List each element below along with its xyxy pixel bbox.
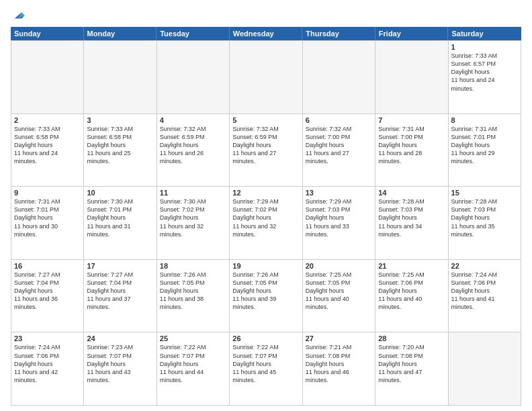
day-info: Sunrise: 7:33 AMSunset: 6:58 PMDaylight … — [87, 125, 153, 166]
cal-cell: 27Sunrise: 7:21 AMSunset: 7:08 PMDayligh… — [303, 332, 375, 406]
cal-cell: 16Sunrise: 7:27 AMSunset: 7:04 PMDayligh… — [11, 260, 84, 333]
day-info: Sunrise: 7:28 AMSunset: 7:03 PMDaylight … — [378, 197, 445, 238]
header-cell-friday: Friday — [375, 27, 449, 40]
day-info: Sunrise: 7:21 AMSunset: 7:08 PMDaylight … — [306, 343, 372, 384]
cal-cell: 13Sunrise: 7:29 AMSunset: 7:03 PMDayligh… — [303, 187, 375, 260]
day-info: Sunrise: 7:32 AMSunset: 6:59 PMDaylight … — [232, 125, 299, 166]
day-number: 28 — [378, 334, 445, 342]
header-cell-saturday: Saturday — [448, 27, 521, 40]
cal-cell: 23Sunrise: 7:24 AMSunset: 7:06 PMDayligh… — [11, 332, 84, 406]
cal-cell: 1Sunrise: 7:33 AMSunset: 6:57 PMDaylight… — [449, 41, 521, 114]
cal-cell — [157, 41, 230, 114]
day-number: 27 — [306, 334, 372, 342]
day-number: 12 — [232, 189, 299, 197]
day-number: 20 — [306, 262, 372, 270]
day-number: 15 — [451, 189, 518, 197]
cal-cell — [11, 41, 84, 114]
day-info: Sunrise: 7:27 AMSunset: 7:04 PMDaylight … — [14, 271, 81, 312]
day-info: Sunrise: 7:22 AMSunset: 7:07 PMDaylight … — [160, 343, 226, 384]
day-number: 19 — [232, 262, 299, 270]
day-info: Sunrise: 7:24 AMSunset: 7:06 PMDaylight … — [14, 343, 81, 384]
day-info: Sunrise: 7:20 AMSunset: 7:08 PMDaylight … — [378, 343, 445, 384]
cal-cell — [303, 41, 375, 114]
cal-cell: 12Sunrise: 7:29 AMSunset: 7:02 PMDayligh… — [230, 187, 302, 260]
cal-cell — [84, 41, 157, 114]
day-number: 11 — [160, 189, 226, 197]
header — [0, 0, 532, 27]
day-number: 10 — [87, 189, 153, 197]
logo-icon — [11, 8, 26, 23]
day-info: Sunrise: 7:33 AMSunset: 6:57 PMDaylight … — [451, 52, 518, 93]
day-number: 16 — [14, 262, 81, 270]
day-info: Sunrise: 7:33 AMSunset: 6:58 PMDaylight … — [14, 125, 81, 166]
cal-cell: 14Sunrise: 7:28 AMSunset: 7:03 PMDayligh… — [375, 187, 448, 260]
day-info: Sunrise: 7:30 AMSunset: 7:02 PMDaylight … — [160, 197, 226, 238]
day-info: Sunrise: 7:31 AMSunset: 7:01 PMDaylight … — [451, 125, 518, 166]
cal-cell: 28Sunrise: 7:20 AMSunset: 7:08 PMDayligh… — [375, 332, 448, 406]
header-cell-sunday: Sunday — [11, 27, 84, 40]
day-number: 5 — [232, 116, 299, 124]
logo — [11, 8, 28, 23]
day-info: Sunrise: 7:23 AMSunset: 7:07 PMDaylight … — [87, 343, 153, 384]
cal-cell — [449, 332, 521, 406]
cal-cell — [230, 41, 302, 114]
day-number: 21 — [378, 262, 445, 270]
header-cell-wednesday: Wednesday — [230, 27, 303, 40]
day-info: Sunrise: 7:27 AMSunset: 7:04 PMDaylight … — [87, 271, 153, 312]
header-cell-monday: Monday — [84, 27, 157, 40]
cal-cell: 19Sunrise: 7:26 AMSunset: 7:05 PMDayligh… — [230, 260, 302, 333]
day-info: Sunrise: 7:31 AMSunset: 7:01 PMDaylight … — [14, 197, 81, 238]
cal-cell: 24Sunrise: 7:23 AMSunset: 7:07 PMDayligh… — [84, 332, 157, 406]
day-number: 23 — [14, 334, 81, 342]
day-number: 8 — [451, 116, 518, 124]
cal-cell: 7Sunrise: 7:31 AMSunset: 7:00 PMDaylight… — [375, 114, 448, 187]
cal-cell: 22Sunrise: 7:24 AMSunset: 7:06 PMDayligh… — [449, 260, 521, 333]
calendar-header: SundayMondayTuesdayWednesdayThursdayFrid… — [11, 27, 521, 40]
cal-cell: 10Sunrise: 7:30 AMSunset: 7:01 PMDayligh… — [84, 187, 157, 260]
day-number: 26 — [232, 334, 299, 342]
cal-cell: 17Sunrise: 7:27 AMSunset: 7:04 PMDayligh… — [84, 260, 157, 333]
day-info: Sunrise: 7:26 AMSunset: 7:05 PMDaylight … — [232, 271, 299, 312]
cal-cell: 21Sunrise: 7:25 AMSunset: 7:06 PMDayligh… — [375, 260, 448, 333]
day-number: 1 — [451, 43, 518, 51]
page: SundayMondayTuesdayWednesdayThursdayFrid… — [0, 0, 532, 411]
day-info: Sunrise: 7:31 AMSunset: 7:00 PMDaylight … — [378, 125, 445, 166]
day-number: 13 — [306, 189, 372, 197]
day-info: Sunrise: 7:30 AMSunset: 7:01 PMDaylight … — [87, 197, 153, 238]
cal-cell: 4Sunrise: 7:32 AMSunset: 6:59 PMDaylight… — [157, 114, 230, 187]
day-info: Sunrise: 7:32 AMSunset: 6:59 PMDaylight … — [160, 125, 226, 166]
day-number: 14 — [378, 189, 445, 197]
day-number: 3 — [87, 116, 153, 124]
day-number: 17 — [87, 262, 153, 270]
cal-cell: 11Sunrise: 7:30 AMSunset: 7:02 PMDayligh… — [157, 187, 230, 260]
day-number: 7 — [378, 116, 445, 124]
cal-cell: 3Sunrise: 7:33 AMSunset: 6:58 PMDaylight… — [84, 114, 157, 187]
day-info: Sunrise: 7:32 AMSunset: 7:00 PMDaylight … — [306, 125, 372, 166]
cal-cell: 25Sunrise: 7:22 AMSunset: 7:07 PMDayligh… — [157, 332, 230, 406]
day-number: 22 — [451, 262, 518, 270]
day-number: 24 — [87, 334, 153, 342]
day-number: 25 — [160, 334, 226, 342]
day-info: Sunrise: 7:25 AMSunset: 7:06 PMDaylight … — [378, 271, 445, 312]
cal-cell: 2Sunrise: 7:33 AMSunset: 6:58 PMDaylight… — [11, 114, 84, 187]
cal-cell: 18Sunrise: 7:26 AMSunset: 7:05 PMDayligh… — [157, 260, 230, 333]
cal-cell: 8Sunrise: 7:31 AMSunset: 7:01 PMDaylight… — [449, 114, 521, 187]
header-cell-thursday: Thursday — [302, 27, 375, 40]
day-info: Sunrise: 7:28 AMSunset: 7:03 PMDaylight … — [451, 197, 518, 238]
cal-cell: 26Sunrise: 7:22 AMSunset: 7:07 PMDayligh… — [230, 332, 302, 406]
cal-cell: 15Sunrise: 7:28 AMSunset: 7:03 PMDayligh… — [449, 187, 521, 260]
cal-cell: 9Sunrise: 7:31 AMSunset: 7:01 PMDaylight… — [11, 187, 84, 260]
cal-cell: 6Sunrise: 7:32 AMSunset: 7:00 PMDaylight… — [303, 114, 375, 187]
day-info: Sunrise: 7:29 AMSunset: 7:03 PMDaylight … — [306, 197, 372, 238]
day-info: Sunrise: 7:25 AMSunset: 7:05 PMDaylight … — [306, 271, 372, 312]
day-number: 18 — [160, 262, 226, 270]
calendar: SundayMondayTuesdayWednesdayThursdayFrid… — [0, 27, 532, 411]
day-number: 9 — [14, 189, 81, 197]
day-info: Sunrise: 7:24 AMSunset: 7:06 PMDaylight … — [451, 271, 518, 312]
day-number: 4 — [160, 116, 226, 124]
calendar-grid: 1Sunrise: 7:33 AMSunset: 6:57 PMDaylight… — [11, 40, 521, 406]
day-info: Sunrise: 7:26 AMSunset: 7:05 PMDaylight … — [160, 271, 226, 312]
day-info: Sunrise: 7:29 AMSunset: 7:02 PMDaylight … — [232, 197, 299, 238]
day-info: Sunrise: 7:22 AMSunset: 7:07 PMDaylight … — [232, 343, 299, 384]
header-cell-tuesday: Tuesday — [157, 27, 230, 40]
